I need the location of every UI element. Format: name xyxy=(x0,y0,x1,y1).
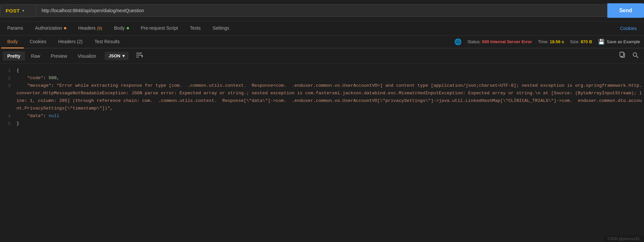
request-tabs: Params Authorization Headers (9) Body Pr… xyxy=(0,21,644,36)
code-line-5: 5 } xyxy=(0,120,644,128)
tab-authorization[interactable]: Authorization xyxy=(29,21,72,35)
tab-settings[interactable]: Settings xyxy=(207,21,235,35)
resp-tab-headers[interactable]: Headers (2) xyxy=(52,36,89,48)
resp-tab-test-results[interactable]: Test Results xyxy=(88,36,125,48)
resp-tab-cookies[interactable]: Cookies xyxy=(24,36,52,48)
format-bar: Pretty Raw Preview Visualize JSON ▾ xyxy=(0,48,644,64)
code-line-2: 2 "code": 500, xyxy=(0,75,644,82)
code-content-3: "message": "Error while extracting respo… xyxy=(16,82,644,112)
send-button[interactable]: Send xyxy=(607,3,644,18)
authorization-dot xyxy=(64,27,66,29)
resp-tab-body[interactable]: Body xyxy=(1,36,24,48)
tab-params[interactable]: Params xyxy=(1,21,29,35)
tab-headers[interactable]: Headers (9) xyxy=(72,21,108,35)
time-value: 18.56 s xyxy=(550,39,564,44)
size-value: 870 B xyxy=(581,39,592,44)
response-meta: 🌐 Status: 500 Internal Server Error Time… xyxy=(454,38,643,45)
code-line-3: 3 "message": "Error while extracting res… xyxy=(0,82,644,112)
format-chevron-icon: ▾ xyxy=(122,53,125,58)
copy-icon[interactable] xyxy=(616,50,628,61)
headers-badge: (9) xyxy=(97,26,102,31)
tab-pre-request[interactable]: Pre-request Script xyxy=(135,21,184,35)
save-icon: 💾 xyxy=(598,39,605,45)
footer: CSDN @johnny233 xyxy=(603,235,644,242)
response-code-area: 1 { 2 "code": 500, 3 "message": "Error w… xyxy=(0,64,644,196)
status-label: Status: 500 Internal Server Error xyxy=(467,39,532,44)
tab-body[interactable]: Body xyxy=(108,21,135,35)
code-content-1: { xyxy=(16,67,644,75)
url-input-wrap xyxy=(36,4,607,17)
code-line-1: 1 { xyxy=(0,67,644,75)
fmt-tab-visualize[interactable]: Visualize xyxy=(73,51,101,61)
fmt-tab-pretty[interactable]: Pretty xyxy=(3,51,25,61)
fmt-tab-preview[interactable]: Preview xyxy=(46,51,72,61)
wrap-lines-icon[interactable] xyxy=(133,51,146,61)
method-label: POST xyxy=(6,8,20,14)
fmt-tab-raw[interactable]: Raw xyxy=(26,51,45,61)
svg-line-6 xyxy=(636,56,638,58)
tab-tests[interactable]: Tests xyxy=(184,21,207,35)
size-label: Size: 870 B xyxy=(570,39,592,44)
line-number-2: 2 xyxy=(0,75,16,82)
line-number-3: 3 xyxy=(0,82,16,90)
code-content-4: "data": null xyxy=(16,112,644,120)
method-selector[interactable]: POST ▾ xyxy=(0,4,36,17)
line-number-4: 4 xyxy=(0,112,16,120)
search-icon[interactable] xyxy=(629,50,641,61)
code-content-5: } xyxy=(16,120,644,128)
format-select[interactable]: JSON ▾ xyxy=(105,52,128,60)
line-number-5: 5 xyxy=(0,120,16,128)
time-label: Time: 18.56 s xyxy=(538,39,564,44)
status-text: Internal Server Error xyxy=(490,39,532,44)
save-as-example-button[interactable]: 💾 Save as Example xyxy=(598,39,640,45)
tab-cookies-link[interactable]: Cookies xyxy=(614,22,643,35)
footer-text: CSDN @johnny233 xyxy=(608,237,639,241)
line-number-1: 1 xyxy=(0,67,16,75)
status-code: 500 xyxy=(482,39,489,44)
svg-rect-4 xyxy=(620,52,624,56)
url-input[interactable] xyxy=(42,8,602,13)
method-chevron-icon: ▾ xyxy=(22,9,24,13)
body-dot xyxy=(127,27,129,29)
globe-icon: 🌐 xyxy=(454,38,462,45)
code-content-2: "code": 500, xyxy=(16,75,644,82)
response-tabs: Body Cookies Headers (2) Test Results 🌐 … xyxy=(0,36,644,48)
code-line-4: 4 "data": null xyxy=(0,112,644,120)
url-bar: POST ▾ Send xyxy=(0,0,644,21)
